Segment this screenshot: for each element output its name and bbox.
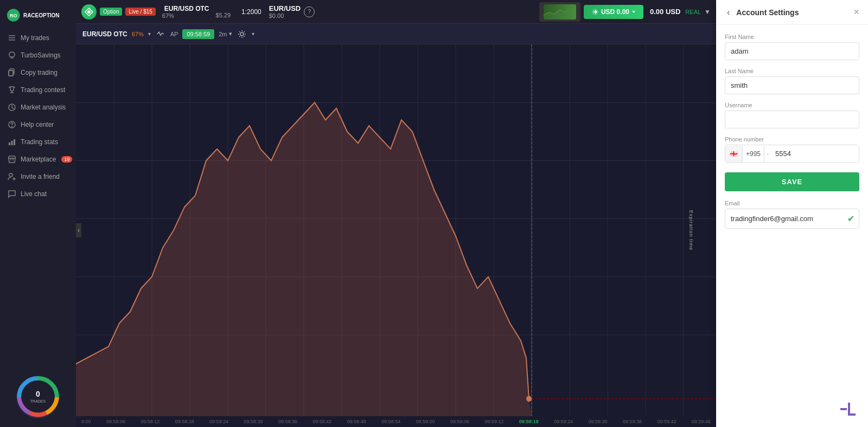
balance-dropdown-arrow[interactable]: ▼ — [704, 8, 711, 16]
first-name-group: First Name — [725, 34, 859, 60]
last-name-label: Last Name — [725, 68, 859, 74]
stats-icon — [8, 138, 16, 146]
svg-point-25 — [240, 33, 244, 36]
pair-name: EUR/USD — [269, 4, 301, 12]
time-label-8: 09:58:48 — [347, 419, 366, 424]
sidebar: RO RACEOPTION My trades TurboSavings Cop… — [0, 0, 76, 427]
indicator-btn[interactable] — [155, 29, 166, 40]
sidebar-item-label: Copy trading — [21, 69, 58, 76]
svg-marker-23 — [544, 9, 576, 20]
close-icon: × — [853, 7, 859, 18]
interval-arrow: ▾ — [229, 30, 232, 37]
time-axis: 8:00 09:58:06 09:58:12 09:58:18 09:58:24… — [76, 416, 716, 427]
svg-text:RO: RO — [10, 13, 17, 18]
time-label-10: 09:59:00 — [416, 419, 435, 424]
help-icon — [8, 120, 16, 129]
panel-footer — [716, 394, 868, 427]
sidebar-item-my-trades[interactable]: My trades — [0, 29, 76, 47]
last-name-input[interactable] — [725, 76, 859, 94]
time-label-7: 09:58:42 — [312, 419, 331, 424]
sidebar-logo: RO RACEOPTION — [0, 4, 76, 29]
first-name-label: First Name — [725, 34, 859, 40]
time-label-15: 09:59:30 — [589, 419, 608, 424]
time-label-18: 09:59:46 — [692, 419, 711, 424]
trade-btn[interactable]: USD 0.00 — [584, 5, 643, 19]
sidebar-item-help-center[interactable]: Help center — [0, 116, 76, 133]
time-label-3: 09:58:18 — [175, 419, 194, 424]
ap-label[interactable]: AP — [170, 31, 178, 37]
time-label-16: 09:59:36 — [623, 419, 642, 424]
help-icon: ? — [308, 9, 311, 15]
email-input[interactable] — [725, 210, 843, 227]
pair-info: EUR/USD $0.00 — [269, 4, 301, 19]
sidebar-item-label: Invite a friend — [21, 173, 60, 180]
copy-icon — [8, 68, 16, 77]
logo: RO RACEOPTION — [7, 8, 61, 23]
trade-btn-label: USD 0.00 — [601, 8, 629, 16]
svg-point-50 — [526, 396, 532, 402]
svg-text:RACEOPTION: RACEOPTION — [23, 12, 60, 18]
svg-rect-16 — [14, 139, 15, 145]
username-input[interactable] — [725, 111, 859, 128]
time-label-4: 09:58:24 — [209, 419, 228, 424]
help-btn[interactable]: ? — [304, 7, 315, 17]
last-name-group: Last Name — [725, 68, 859, 94]
sidebar-item-trading-contest[interactable]: Trading contest — [0, 81, 76, 99]
time-label-17: 09:59:42 — [657, 419, 676, 424]
svg-point-13 — [12, 127, 12, 127]
panel-body: First Name Last Name Username Phone numb… — [716, 25, 868, 394]
chart-collapse-btn[interactable]: ‹ — [76, 223, 81, 237]
sidebar-item-label: Trading contest — [21, 86, 65, 94]
email-verified-icon: ✔ — [843, 209, 859, 228]
chart-timer: 09:58:59 — [182, 29, 214, 39]
gauge-widget: 0 TRADES — [14, 373, 62, 422]
svg-rect-14 — [9, 143, 10, 145]
chart-pair: EUR/USD OTC — [82, 30, 127, 38]
time-label-5: 09:58:30 — [244, 419, 263, 424]
svg-rect-52 — [848, 413, 856, 416]
panel-close-btn[interactable]: × — [853, 7, 859, 18]
save-btn[interactable]: SAVE — [725, 172, 859, 191]
chart-interval[interactable]: 2m ▾ — [219, 30, 232, 37]
back-icon: ‹ — [727, 8, 730, 17]
sidebar-item-label: Help center — [21, 121, 54, 128]
panel-header: ‹ Account Settings × — [716, 0, 868, 25]
phone-flag-selector[interactable]: 🇬🇪 — [725, 146, 743, 162]
topbar: Option Live / $15 EUR/USD OTC 67% $5.29 … — [76, 0, 716, 24]
sidebar-item-label: TurboSavings — [21, 51, 61, 59]
sidebar-item-invite-friend[interactable]: Invite a friend — [0, 168, 76, 185]
time-label-13: 09:59:18 — [519, 419, 539, 424]
list-icon — [8, 34, 16, 42]
panel-back-btn[interactable]: ‹ — [725, 8, 732, 17]
svg-text:0: 0 — [36, 390, 40, 398]
svg-rect-4 — [9, 37, 15, 38]
main-area: Option Live / $15 EUR/USD OTC 67% $5.29 … — [76, 0, 716, 427]
settings-dropdown-arrow[interactable]: ▾ — [252, 31, 254, 37]
footer-logo — [838, 400, 859, 422]
phone-number-input[interactable] — [771, 145, 859, 162]
sidebar-item-market-analysis[interactable]: Market analysis — [0, 99, 76, 116]
sidebar-item-live-chat[interactable]: Live chat — [0, 185, 76, 203]
trophy-icon — [8, 86, 16, 94]
sidebar-item-copy-trading[interactable]: Copy trading — [0, 64, 76, 81]
sidebar-item-marketplace[interactable]: Marketplace 19 — [0, 151, 76, 168]
svg-marker-47 — [76, 102, 716, 416]
sidebar-item-label: Trading stats — [21, 138, 58, 146]
phone-group: Phone number 🇬🇪 +995 - — [725, 136, 859, 163]
chart-settings-btn[interactable] — [237, 29, 247, 40]
svg-point-17 — [9, 173, 12, 177]
time-label-11: 09:59:06 — [450, 419, 469, 424]
svg-rect-3 — [9, 35, 15, 36]
sidebar-item-label: Live chat — [21, 190, 47, 198]
first-name-input[interactable] — [725, 42, 859, 60]
chart-pair-dropdown[interactable]: ▾ — [148, 31, 151, 37]
sidebar-item-label: My trades — [21, 34, 49, 42]
asset-info: EUR/USD OTC 67% — [162, 5, 209, 19]
sidebar-item-turbosavings[interactable]: TurboSavings — [0, 47, 76, 64]
chart-preview-btn[interactable] — [539, 2, 580, 22]
asset-price: $5.29 — [216, 12, 231, 18]
phone-separator: - — [764, 146, 771, 162]
sidebar-item-trading-stats[interactable]: Trading stats — [0, 133, 76, 151]
svg-rect-6 — [10, 57, 14, 58]
time-label-2: 09:58:12 — [141, 419, 159, 424]
